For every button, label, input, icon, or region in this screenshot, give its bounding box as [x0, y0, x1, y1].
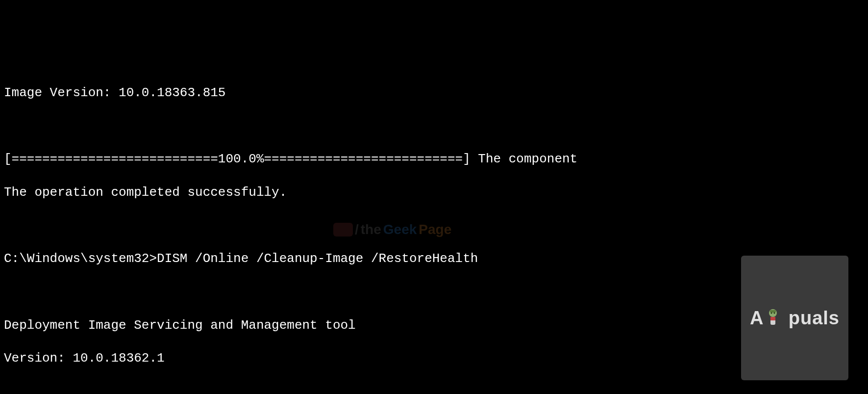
svg-rect-5	[770, 317, 775, 320]
svg-point-3	[773, 313, 775, 314]
output-line	[4, 118, 864, 135]
logo-suffix: puals	[789, 306, 840, 330]
logo-prefix: A	[750, 306, 764, 330]
terminal-output[interactable]: Image Version: 10.0.18363.815 [=========…	[4, 68, 864, 394]
output-line: Version: 10.0.18362.1	[4, 350, 864, 367]
progress-bar-line: [===========================100.0%======…	[4, 151, 864, 168]
appuals-logo: A puals	[741, 256, 848, 380]
output-line	[4, 384, 864, 394]
output-line	[4, 284, 864, 301]
svg-rect-1	[770, 310, 776, 313]
output-line: The operation completed successfully.	[4, 184, 864, 201]
output-line: Deployment Image Servicing and Managemen…	[4, 317, 864, 334]
command-line: C:\Windows\system32>DISM /Online /Cleanu…	[4, 251, 864, 267]
output-line	[4, 218, 864, 235]
svg-point-2	[770, 313, 772, 314]
output-line: Image Version: 10.0.18363.815	[4, 85, 864, 102]
mascot-icon	[765, 259, 788, 375]
